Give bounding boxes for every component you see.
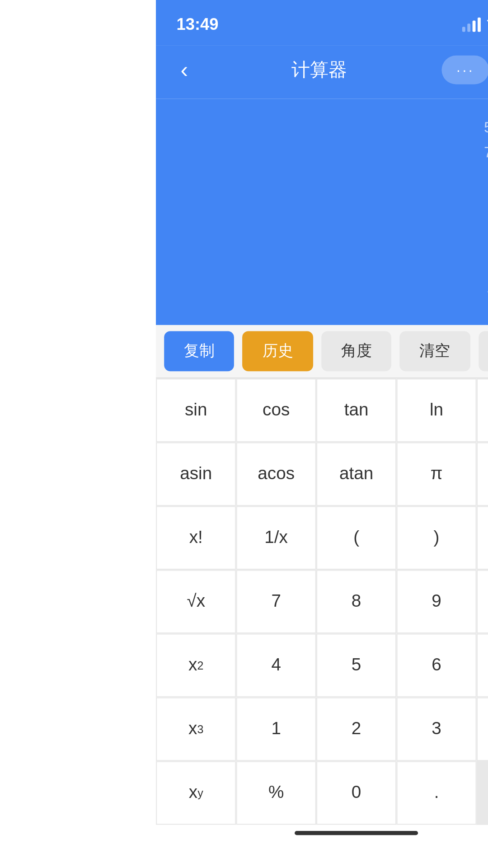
more-button[interactable]: ··· [442,56,488,85]
home-indicator [156,825,488,839]
action-bar: 复制 历史 角度 清空 删除 [156,325,488,378]
open-paren-button[interactable]: ( [316,506,396,570]
tan-button[interactable]: tan [316,378,396,442]
3-button[interactable]: 3 [396,697,476,761]
5-button[interactable]: 5 [316,633,396,697]
sin-button[interactable]: sin [156,378,236,442]
2-button[interactable]: 2 [316,697,396,761]
e-button[interactable]: e [477,442,488,506]
atan-button[interactable]: atan [316,442,396,506]
current-result: 56 [486,257,488,309]
acos-button[interactable]: acos [236,442,316,506]
factorial-button[interactable]: x! [156,506,236,570]
6-button[interactable]: 6 [396,633,476,697]
1-button[interactable]: 1 [236,697,316,761]
decimal-button[interactable]: . [396,761,476,825]
9-button[interactable]: 9 [396,570,476,633]
equals-button[interactable]: = [477,761,488,825]
percent-button[interactable]: % [236,761,316,825]
home-bar [295,831,418,835]
ln-button[interactable]: ln [396,378,476,442]
status-time: 13:49 [176,15,218,34]
power-button[interactable]: xy [156,761,236,825]
7-button[interactable]: 7 [236,570,316,633]
angle-button[interactable]: 角度 [321,331,392,372]
log-button[interactable]: log [477,378,488,442]
history-entry-1: 5×6=30 [176,115,488,140]
status-icons [462,16,488,33]
keypad: sin cos tan ln log asin acos atan π e x!… [156,378,488,825]
asin-button[interactable]: asin [156,442,236,506]
cos-button[interactable]: cos [236,378,316,442]
delete-button[interactable]: 删除 [478,331,488,372]
display-area: 5×6=30 7×8=56 56 [156,99,488,325]
nav-actions: ··· [442,55,488,85]
plus-button[interactable]: + [477,506,488,570]
page-title: 计算器 [291,57,347,82]
divide-button[interactable]: ÷ [477,697,488,761]
clear-button[interactable]: 清空 [400,331,470,372]
nav-bar: ‹ 计算器 ··· [156,45,488,99]
reciprocal-button[interactable]: 1/x [236,506,316,570]
back-button[interactable]: ‹ [172,52,196,87]
status-bar: 13:49 [156,0,488,45]
history-button[interactable]: 历史 [243,331,313,372]
cube-button[interactable]: x3 [156,697,236,761]
signal-icon [462,18,481,32]
history-entries: 5×6=30 7×8=56 [176,115,488,165]
sqrt-label: √x [187,591,205,612]
0-button[interactable]: 0 [316,761,396,825]
pi-button[interactable]: π [396,442,476,506]
square-button[interactable]: x2 [156,633,236,697]
4-button[interactable]: 4 [236,633,316,697]
8-button[interactable]: 8 [316,570,396,633]
close-paren-button[interactable]: ) [396,506,476,570]
copy-button[interactable]: 复制 [164,331,235,372]
multiply-button[interactable]: × [477,633,488,697]
sqrt-button[interactable]: √x [156,570,236,633]
history-entry-2: 7×8=56 [176,140,488,165]
minus-button[interactable]: − [477,570,488,633]
